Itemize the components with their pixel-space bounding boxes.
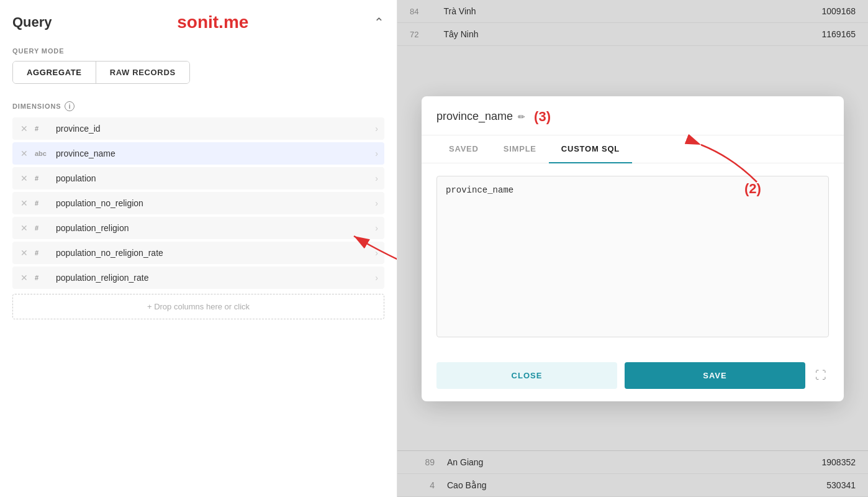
remove-icon[interactable]: ✕ — [19, 248, 30, 258]
table-row[interactable]: ✕ # population_no_religion › — [12, 192, 384, 214]
step-3-badge: (3) — [534, 109, 551, 125]
raw-records-button[interactable]: RAW RECORDS — [96, 62, 189, 83]
dimension-name: population — [56, 173, 370, 183]
remove-icon[interactable]: ✕ — [19, 198, 30, 208]
dimension-name: province_id — [56, 124, 370, 134]
brand-logo: sonit.me — [177, 12, 248, 32]
right-panel: 84 Trà Vinh 1009168 72 Tây Ninh 1169165 … — [397, 0, 868, 497]
type-icon: # — [35, 274, 51, 281]
dimension-name: population_religion_rate — [56, 273, 370, 283]
query-mode-label: QUERY MODE — [12, 47, 384, 55]
chevron-right-icon: › — [375, 273, 378, 283]
dimension-name: population_no_religion_rate — [56, 248, 370, 258]
modal-title: province_name — [436, 110, 513, 123]
close-button[interactable]: CLOSE — [436, 362, 617, 389]
remove-icon[interactable]: ✕ — [19, 148, 30, 158]
save-button[interactable]: SAVE — [625, 362, 805, 389]
tab-simple[interactable]: SIMPLE — [491, 135, 549, 163]
modal-footer: CLOSE SAVE ⛶ — [422, 352, 844, 401]
tab-custom-sql[interactable]: CUSTOM SQL — [549, 135, 632, 163]
dimension-name: population_religion — [56, 223, 370, 233]
dimension-name: population_no_religion — [56, 198, 370, 208]
sql-input[interactable] — [436, 176, 829, 337]
tab-saved[interactable]: SAVED — [436, 135, 491, 163]
remove-icon[interactable]: ✕ — [19, 223, 30, 233]
chevron-right-icon: › — [375, 223, 378, 233]
query-header: Query sonit.me ⌃ — [12, 12, 384, 32]
query-title: Query — [12, 14, 52, 30]
drop-zone[interactable]: + Drop columns here or click — [12, 294, 384, 319]
table-row[interactable]: ✕ # population › — [12, 167, 384, 189]
type-icon: # — [35, 199, 51, 207]
remove-icon[interactable]: ✕ — [19, 124, 30, 134]
dimensions-label: DIMENSIONS i — [12, 101, 384, 111]
chevron-right-icon: › — [375, 173, 378, 183]
type-icon: # — [35, 175, 51, 182]
collapse-icon[interactable]: ⌃ — [374, 15, 384, 30]
expand-icon[interactable]: ⛶ — [813, 367, 829, 385]
mode-buttons: AGGREGATE RAW RECORDS — [12, 61, 190, 84]
type-icon: # — [35, 249, 51, 257]
table-row[interactable]: ✕ # population_religion_rate › — [12, 267, 384, 289]
chevron-right-icon: › — [375, 198, 378, 208]
remove-icon[interactable]: ✕ — [19, 173, 30, 183]
aggregate-button[interactable]: AGGREGATE — [13, 62, 96, 83]
chevron-right-icon: › — [375, 248, 378, 258]
dimensions-section: DIMENSIONS i ✕ # province_id › ✕ abc pro… — [12, 101, 384, 319]
type-icon: # — [35, 125, 51, 132]
chevron-right-icon: › — [375, 148, 378, 158]
modal-body: (2) — [422, 163, 844, 352]
modal-tabs: SAVED SIMPLE CUSTOM SQL — [422, 135, 844, 163]
dimensions-info-icon[interactable]: i — [65, 101, 75, 111]
modal-overlay: province_name ✏ (3) SAVED SIMPLE CUSTOM … — [397, 0, 868, 497]
edit-icon[interactable]: ✏ — [518, 112, 525, 122]
type-icon: # — [35, 224, 51, 232]
column-editor-modal: province_name ✏ (3) SAVED SIMPLE CUSTOM … — [422, 96, 844, 401]
table-row[interactable]: ✕ abc province_name › — [12, 142, 384, 165]
query-mode-section: QUERY MODE AGGREGATE RAW RECORDS — [12, 47, 384, 84]
dimension-list: ✕ # province_id › ✕ abc province_name › … — [12, 117, 384, 319]
chevron-right-icon: › — [375, 124, 378, 134]
type-icon: abc — [35, 150, 51, 157]
modal-header: province_name ✏ (3) — [422, 96, 844, 135]
table-row[interactable]: ✕ # population_religion › — [12, 217, 384, 239]
table-row[interactable]: ✕ # population_no_religion_rate › — [12, 242, 384, 264]
table-row[interactable]: ✕ # province_id › — [12, 117, 384, 140]
left-panel: Query sonit.me ⌃ QUERY MODE AGGREGATE RA… — [0, 0, 397, 497]
remove-icon[interactable]: ✕ — [19, 273, 30, 283]
dimension-name: province_name — [56, 148, 370, 158]
